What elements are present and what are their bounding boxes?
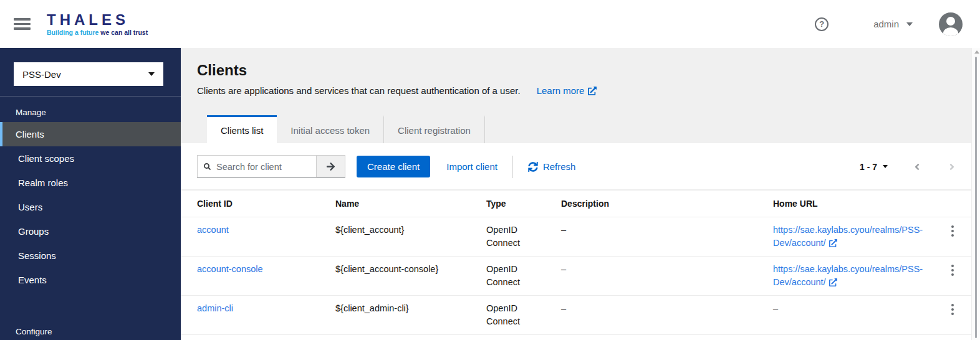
sidebar-item-users[interactable]: Users — [0, 195, 181, 219]
home-url-link[interactable]: https://sae.kaylabs.cyou/realms/PSS-Dev/… — [773, 225, 923, 248]
cell-description: – — [561, 257, 773, 296]
cell-client-id: broker — [181, 335, 335, 340]
page-title: Clients — [197, 62, 971, 79]
tab-clients-list[interactable]: Clients list — [207, 115, 277, 143]
sidebar: PSS-Dev Manage ClientsClient scopesRealm… — [0, 48, 181, 340]
table-row: admin-cli${client_admin-cli}OpenID Conne… — [181, 296, 971, 335]
cell-type: OpenID Connect — [486, 217, 561, 257]
refresh-button[interactable]: Refresh — [528, 161, 576, 172]
kebab-menu-icon[interactable] — [944, 302, 961, 315]
cell-name: ${client_account} — [335, 217, 486, 257]
page-header: Clients Clients are applications and ser… — [181, 48, 971, 143]
cell-type: OpenID Connect — [486, 257, 561, 296]
pagination: 1 - 7 — [860, 162, 955, 172]
sidebar-divider — [0, 96, 181, 97]
user-menu[interactable]: admin — [873, 19, 913, 29]
column-header-type: Type — [486, 190, 561, 217]
client-id-link[interactable]: admin-cli — [197, 303, 233, 313]
main-content: Clients Clients are applications and ser… — [181, 48, 971, 340]
tab-initial-access-token[interactable]: Initial access token — [277, 115, 384, 143]
column-header-name: Name — [335, 190, 486, 217]
thales-logo: THALES Building a future we can all trus… — [47, 12, 148, 35]
search-submit-button[interactable] — [317, 155, 345, 178]
external-link-icon — [829, 278, 837, 286]
home-url-link[interactable]: https://sae.kaylabs.cyou/realms/PSS-Dev/… — [773, 264, 923, 287]
cell-home-url: https://sae.kaylabs.cyou/realms/PSS-Dev/… — [773, 257, 944, 296]
arrow-right-icon — [326, 162, 335, 171]
sidebar-item-groups[interactable]: Groups — [0, 219, 181, 243]
brand-tagline: Building a future we can all trust — [47, 29, 148, 36]
scrollbar-thumb[interactable] — [975, 57, 977, 338]
sidebar-nav: ClientsClient scopesRealm rolesUsersGrou… — [0, 122, 181, 292]
cell-client-id: admin-cli — [181, 296, 335, 335]
table-row: account-console${client_account-console}… — [181, 257, 971, 296]
search-input[interactable] — [216, 162, 310, 172]
kebab-menu-icon[interactable] — [944, 263, 961, 276]
refresh-icon — [528, 162, 538, 172]
keycloak-admin-console: THALES Building a future we can all trus… — [0, 0, 980, 340]
pagination-prev-button[interactable] — [914, 162, 920, 172]
cell-description: – — [561, 335, 773, 340]
hamburger-menu-icon[interactable] — [14, 16, 31, 32]
cell-actions — [944, 217, 971, 257]
topbar-actions: ? admin — [815, 12, 963, 36]
avatar-person-icon — [946, 17, 955, 26]
cell-client-id: account-console — [181, 257, 335, 296]
learn-more-link[interactable]: Learn more — [537, 85, 597, 96]
cell-home-url: https://sae.kaylabs.cyou/realms/PSS-Dev/… — [773, 217, 944, 257]
scroll-up-icon[interactable] — [974, 50, 979, 54]
external-link-icon — [829, 239, 837, 247]
search-box — [197, 155, 317, 178]
pagination-range-dropdown[interactable]: 1 - 7 — [860, 162, 888, 172]
tab-bar: Clients listInitial access tokenClient r… — [207, 115, 485, 143]
cell-actions — [944, 257, 971, 296]
help-icon[interactable]: ? — [815, 17, 829, 31]
tab-client-registration[interactable]: Client registration — [384, 115, 485, 143]
avatar[interactable] — [939, 12, 963, 36]
sidebar-section-manage: Manage — [16, 108, 181, 117]
cell-client-id: account — [181, 217, 335, 257]
import-client-link[interactable]: Import client — [446, 161, 497, 172]
sidebar-section-configure: Configure — [16, 327, 181, 336]
cell-description: – — [561, 217, 773, 257]
column-header-description: Description — [561, 190, 773, 217]
cell-type: OpenID Connect — [486, 335, 561, 340]
table-row: broker${client_broker}OpenID Connect–– — [181, 335, 971, 340]
search-group — [197, 155, 345, 178]
table-row: account${client_account}OpenID Connect–h… — [181, 217, 971, 257]
cell-actions — [944, 296, 971, 335]
cell-description: – — [561, 296, 773, 335]
page-description: Clients are applications and services th… — [197, 85, 521, 96]
cell-type: OpenID Connect — [486, 296, 561, 335]
sidebar-item-client-scopes[interactable]: Client scopes — [0, 146, 181, 171]
pagination-next-button[interactable] — [949, 162, 955, 172]
sidebar-item-clients[interactable]: Clients — [0, 122, 181, 146]
clients-table: Client IDNameTypeDescriptionHome URL acc… — [181, 189, 971, 340]
angle-left-icon — [914, 162, 920, 172]
realm-selector[interactable]: PSS-Dev — [14, 62, 163, 86]
chevron-down-icon — [883, 165, 888, 168]
kebab-menu-icon[interactable] — [944, 224, 961, 237]
scrollbar[interactable] — [971, 48, 980, 340]
toolbar-divider — [512, 156, 513, 178]
column-header-home-url: Home URL — [773, 190, 944, 217]
sidebar-item-sessions[interactable]: Sessions — [0, 243, 181, 268]
chevron-down-icon — [148, 72, 155, 76]
column-header-client-id: Client ID — [181, 190, 335, 217]
sidebar-item-realm-roles[interactable]: Realm roles — [0, 171, 181, 195]
external-link-icon — [588, 87, 597, 95]
cell-home-url: – — [773, 296, 944, 335]
sidebar-item-events[interactable]: Events — [0, 268, 181, 292]
username: admin — [873, 19, 899, 29]
create-client-button[interactable]: Create client — [357, 156, 430, 177]
client-id-link[interactable]: account — [197, 225, 229, 235]
cell-home-url: – — [773, 335, 944, 340]
client-id-link[interactable]: account-console — [197, 264, 263, 274]
toolbar: Create client Import client Refresh 1 - … — [181, 143, 971, 189]
cell-actions — [944, 335, 971, 340]
cell-name: ${client_broker} — [335, 335, 486, 340]
angle-right-icon — [949, 162, 955, 172]
cell-name: ${client_account-console} — [335, 257, 486, 296]
column-header-actions — [944, 190, 971, 217]
brand-name: THALES — [47, 12, 148, 27]
